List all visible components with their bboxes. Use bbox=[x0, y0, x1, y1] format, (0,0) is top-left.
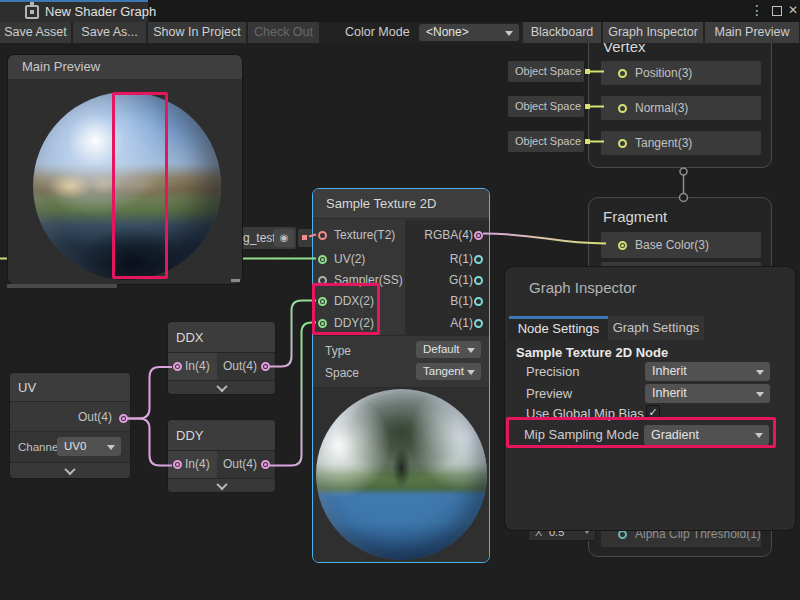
graph-inspector-button[interactable]: Graph Inspector bbox=[603, 22, 703, 43]
uv-node[interactable]: UV Out(4) Channe UV0 bbox=[10, 373, 130, 478]
ddy-node-header[interactable]: DDY bbox=[168, 420, 275, 451]
uv-node-header[interactable]: UV bbox=[10, 373, 130, 402]
object-space-pill-3[interactable]: Object Space bbox=[508, 131, 584, 152]
chevron-down-icon bbox=[216, 478, 227, 489]
object-space-pill-2[interactable]: Object Space bbox=[508, 96, 584, 117]
object-space-out-port[interactable] bbox=[585, 104, 590, 109]
alpha-clip-port-icon[interactable] bbox=[618, 530, 627, 539]
document-tab[interactable]: New Shader Graph bbox=[0, 0, 148, 22]
tab-graph-settings[interactable]: Graph Settings bbox=[608, 316, 704, 340]
ddy-out-port[interactable] bbox=[261, 460, 270, 469]
rgba-out-port[interactable] bbox=[474, 231, 483, 240]
fragment-port-basecolor[interactable]: Base Color(3) bbox=[601, 232, 761, 258]
gtest-exposed-icon: ◉ bbox=[274, 229, 294, 247]
highlight-ddx-ddy-ports bbox=[312, 283, 380, 335]
preview-dropdown[interactable]: Inherit bbox=[645, 384, 770, 403]
ddx-in-box: In(4) bbox=[168, 353, 217, 380]
edge-uvout-ddxin[interactable] bbox=[127, 367, 172, 419]
ddy-in-port[interactable] bbox=[173, 460, 182, 469]
position-port-icon[interactable] bbox=[618, 69, 627, 78]
tangent-port-icon[interactable] bbox=[618, 139, 627, 148]
gtest-out-port[interactable] bbox=[302, 235, 307, 240]
sample-node-title: Sample Texture 2D bbox=[326, 196, 436, 212]
space-label: Space bbox=[325, 365, 359, 381]
ddx-in-port[interactable] bbox=[173, 362, 182, 371]
space-dropdown[interactable]: Tangent bbox=[416, 363, 481, 380]
ddx-node-header[interactable]: DDX bbox=[168, 322, 275, 353]
object-space-pill-1[interactable]: Object Space bbox=[508, 61, 584, 82]
base-color-port-icon[interactable] bbox=[618, 241, 627, 250]
uv-in-port[interactable] bbox=[318, 255, 327, 264]
texture-in-port[interactable] bbox=[318, 231, 327, 240]
sample-node-preview[interactable] bbox=[313, 388, 489, 562]
sample-node-header[interactable]: Sample Texture 2D bbox=[313, 189, 489, 219]
tab-title: New Shader Graph bbox=[45, 2, 156, 21]
uv-channel-value: UV0 bbox=[64, 440, 86, 452]
highlight-preview-region bbox=[112, 92, 168, 279]
main-preview-title: Main Preview bbox=[22, 59, 100, 75]
graph-canvas[interactable]: Vertex Position(3) Normal(3) Tangent(3) … bbox=[0, 0, 800, 600]
vertex-port-normal[interactable]: Normal(3) bbox=[601, 96, 761, 120]
main-preview-button[interactable]: Main Preview bbox=[705, 22, 799, 43]
widget-chevron-icon[interactable] bbox=[584, 530, 590, 534]
main-preview-header[interactable]: Main Preview bbox=[8, 55, 242, 79]
uv-node-title: UV bbox=[18, 373, 36, 402]
type-dropdown[interactable]: Default bbox=[416, 341, 481, 358]
tab-node-settings-label: Node Settings bbox=[509, 321, 608, 337]
sample-texture-2d-node[interactable]: Sample Texture 2D Texture(T2) UV(2) Samp… bbox=[312, 188, 490, 563]
close-icon[interactable]: ✕ bbox=[786, 0, 800, 21]
object-space-label: Object Space bbox=[515, 96, 581, 117]
object-space-out-port[interactable] bbox=[585, 69, 590, 74]
color-mode-dropdown[interactable]: <None> bbox=[419, 24, 519, 41]
precision-dropdown[interactable]: Inherit bbox=[645, 362, 770, 381]
normal-port-icon[interactable] bbox=[618, 104, 627, 113]
window-menu-icon[interactable]: ⋮ bbox=[750, 0, 764, 21]
vertex-port-tangent[interactable]: Tangent(3) bbox=[601, 131, 761, 155]
ddx-collapse-bar[interactable] bbox=[168, 380, 275, 394]
blackboard-button[interactable]: Blackboard bbox=[523, 22, 601, 43]
ddy-node[interactable]: DDY In(4) Out(4) bbox=[168, 420, 275, 492]
chevron-down-icon bbox=[64, 463, 75, 474]
uv-out-port[interactable] bbox=[119, 414, 128, 423]
uv-channel-row: Channe UV0 bbox=[10, 432, 130, 462]
vertex-block[interactable]: Vertex Position(3) Normal(3) Tangent(3) bbox=[588, 25, 772, 168]
precision-label: Precision bbox=[526, 364, 579, 380]
g-out-label: G(1) bbox=[449, 272, 473, 288]
color-mode-label: Color Mode bbox=[345, 22, 410, 43]
a-out-port[interactable] bbox=[474, 319, 483, 328]
preview-resize-handle[interactable] bbox=[231, 279, 240, 282]
edge-ddyout-ddy2[interactable] bbox=[269, 323, 316, 466]
edge-ddxout-ddx2[interactable] bbox=[269, 301, 316, 367]
ddy-in-box: In(4) bbox=[168, 451, 217, 478]
r-out-port[interactable] bbox=[474, 255, 483, 264]
vertex-port-position[interactable]: Position(3) bbox=[601, 61, 761, 85]
type-value: Default bbox=[423, 343, 459, 355]
save-as-button[interactable]: Save As... bbox=[73, 22, 146, 43]
ddx-out-port[interactable] bbox=[261, 362, 270, 371]
graph-inspector-title: Graph Inspector bbox=[529, 280, 637, 296]
fragment-block-title: Fragment bbox=[603, 208, 667, 225]
object-space-out-port[interactable] bbox=[585, 139, 590, 144]
graph-inspector-panel[interactable]: Graph Inspector Graph Settings Node Sett… bbox=[505, 267, 795, 530]
preview-value: Inherit bbox=[652, 386, 687, 400]
save-asset-button[interactable]: Save Asset bbox=[0, 22, 71, 43]
uv-channel-dropdown[interactable]: UV0 bbox=[57, 437, 121, 456]
ddx-out-label: Out(4) bbox=[223, 358, 257, 374]
ddy-collapse-bar[interactable] bbox=[168, 478, 275, 492]
tab-node-settings[interactable]: Node Settings bbox=[509, 316, 608, 340]
uv-collapse-bar[interactable] bbox=[10, 462, 130, 478]
ddx-node[interactable]: DDX In(4) Out(4) bbox=[168, 322, 275, 394]
preview-scrollbar[interactable] bbox=[7, 284, 117, 288]
ddy-out-label: Out(4) bbox=[223, 456, 257, 472]
show-in-project-button[interactable]: Show In Project bbox=[148, 22, 246, 43]
g-out-port[interactable] bbox=[474, 276, 483, 285]
b-out-port[interactable] bbox=[474, 297, 483, 306]
uv-out-label: Out(4) bbox=[78, 409, 112, 425]
maximize-icon[interactable] bbox=[772, 6, 782, 16]
inspector-section-title: Sample Texture 2D Node bbox=[516, 345, 668, 361]
uv-in-label: UV(2) bbox=[334, 251, 365, 267]
toolbar: Save Asset Save As... Show In Project Ch… bbox=[0, 22, 800, 43]
ddx-in-label: In(4) bbox=[185, 358, 210, 374]
edge-uvout-ddyin[interactable] bbox=[127, 419, 172, 466]
gtest-port-holder[interactable] bbox=[298, 229, 313, 247]
